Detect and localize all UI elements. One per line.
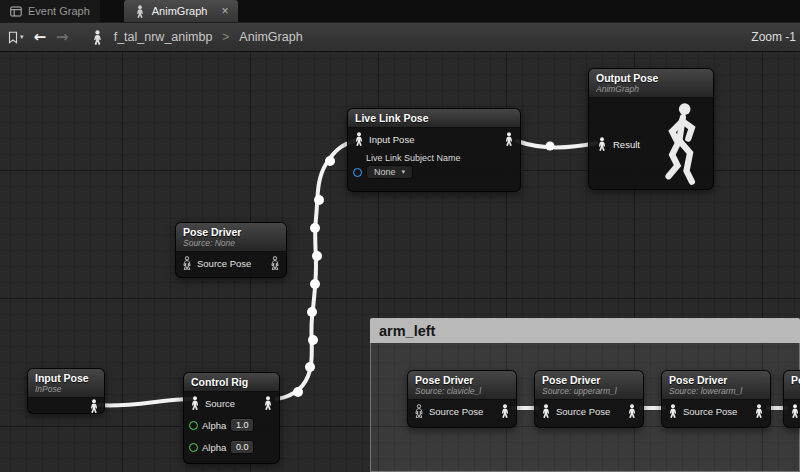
alpha-label: Alpha	[202, 442, 226, 453]
node-header[interactable]: Po	[784, 371, 800, 400]
node-header[interactable]: Pose Driver Source: upperarm_l	[535, 371, 643, 400]
chevron-down-icon: ▾	[402, 168, 406, 176]
wire-bubble	[312, 251, 322, 261]
source-pose-pin-icon[interactable]	[540, 404, 552, 418]
source-pose-pin-icon[interactable]	[413, 404, 425, 418]
chevron-down-icon: ▾	[20, 33, 24, 41]
source-pose-pin-label: Source Pose	[683, 406, 737, 417]
source-pose-pin-icon[interactable]	[789, 404, 800, 418]
output-pose-pin-icon[interactable]	[753, 404, 765, 418]
alpha-pin-icon[interactable]	[189, 421, 198, 430]
node-header[interactable]: Output Pose AnimGraph	[589, 69, 713, 98]
alpha-pin-icon[interactable]	[189, 443, 198, 452]
source-pose-pin-label: Source Pose	[556, 406, 610, 417]
source-pose-pin-label: Source Pose	[197, 258, 251, 269]
wire-bubble	[293, 387, 303, 397]
tab-bar: Event Graph AnimGraph ×	[0, 0, 800, 22]
alpha-value-field[interactable]: 1.0	[230, 418, 254, 432]
graph-canvas[interactable]: arm_left	[0, 52, 800, 472]
subject-name-label: Live Link Subject Name	[348, 150, 520, 164]
subject-pin-icon[interactable]	[353, 168, 362, 177]
output-pose-pin-icon[interactable]	[499, 404, 511, 418]
comment-title: arm_left	[379, 323, 435, 339]
output-pose-pin-icon[interactable]	[626, 404, 638, 418]
zoom-indicator: Zoom -1	[751, 30, 796, 44]
wire-bubble	[546, 142, 555, 151]
wire-bubble	[307, 307, 317, 317]
output-pose-pin-icon[interactable]	[88, 399, 100, 413]
input-pin-label: Input Pose	[369, 134, 414, 145]
node-header[interactable]: Pose Driver Source: None	[176, 223, 286, 252]
node-control-rig[interactable]: Control Rig Source Alpha 1.0 Alpha 0.0	[183, 372, 280, 464]
wire-bubble	[325, 156, 335, 166]
node-pose-driver-none[interactable]: Pose Driver Source: None Source Pose	[175, 222, 287, 278]
bookmark-icon	[8, 31, 18, 44]
node-header[interactable]: Input Pose InPose	[28, 369, 104, 398]
wire-livelink-outputpose	[517, 141, 596, 147]
event-graph-icon	[10, 5, 22, 18]
source-pose-pin-icon[interactable]	[189, 396, 201, 410]
wire-bubble	[310, 223, 320, 233]
input-pose-pin-icon[interactable]	[353, 132, 365, 146]
node-pose-driver-clavicle-l[interactable]: Pose Driver Source: clavicle_l Source Po…	[407, 370, 517, 428]
animgraph-run-icon	[134, 5, 146, 18]
source-pin-label: Source	[205, 398, 235, 409]
node-pose-driver-partial[interactable]: Po	[783, 370, 800, 428]
back-arrow[interactable]: ←	[34, 30, 47, 45]
breadcrumb-root[interactable]: f_tal_nrw_animbp	[114, 30, 213, 44]
node-output-pose[interactable]: Output Pose AnimGraph Result	[588, 68, 714, 190]
source-pose-pin-label: Source Pose	[429, 406, 483, 417]
node-header[interactable]: Pose Driver Source: lowerarm_l	[662, 371, 770, 400]
source-pose-pin-icon[interactable]	[667, 404, 679, 418]
node-input-pose[interactable]: Input Pose InPose	[27, 368, 105, 414]
breadcrumb-bar: ▾ ← → f_tal_nrw_animbp > AnimGraph Zoom …	[0, 22, 800, 52]
alpha-label: Alpha	[202, 420, 226, 431]
breadcrumb-separator: >	[222, 30, 229, 44]
source-pose-pin-icon[interactable]	[181, 256, 193, 270]
wire-inputpose-controlrig	[98, 399, 192, 406]
tab-animgraph[interactable]: AnimGraph ×	[124, 0, 239, 22]
bookmark-button[interactable]: ▾	[8, 31, 24, 44]
tab-label: AnimGraph	[152, 5, 208, 17]
alpha-value-field[interactable]: 0.0	[230, 440, 254, 454]
result-pin-label: Result	[613, 139, 640, 150]
output-pose-pin-icon[interactable]	[269, 256, 281, 270]
animgraph-run-icon	[91, 30, 104, 45]
wire-bubble	[308, 335, 318, 345]
wire-bubble	[314, 195, 324, 205]
node-header[interactable]: Live Link Pose	[348, 109, 520, 128]
tab-event-graph[interactable]: Event Graph	[0, 0, 100, 22]
node-pose-driver-upperarm-l[interactable]: Pose Driver Source: upperarm_l Source Po…	[534, 370, 644, 428]
node-pose-driver-lowerarm-l[interactable]: Pose Driver Source: lowerarm_l Source Po…	[661, 370, 771, 428]
node-header[interactable]: Control Rig	[184, 373, 279, 392]
mannequin-preview	[655, 101, 709, 187]
wire-controlrig-livelink	[277, 141, 355, 399]
node-live-link-pose[interactable]: Live Link Pose Input Pose Live Link Subj…	[347, 108, 521, 192]
output-pose-pin-icon[interactable]	[262, 396, 274, 410]
tab-close-icon[interactable]: ×	[221, 6, 228, 16]
forward-arrow[interactable]: →	[56, 30, 69, 45]
wire-bubble	[310, 279, 320, 289]
output-pose-pin-icon[interactable]	[503, 132, 515, 146]
breadcrumb-current[interactable]: AnimGraph	[239, 30, 302, 44]
animgraph-editor-window: Event Graph AnimGraph × ▾ ← → f_tal_nrw_…	[0, 0, 800, 472]
comment-header[interactable]: arm_left	[370, 318, 800, 343]
node-header[interactable]: Pose Driver Source: clavicle_l	[408, 371, 516, 400]
wire-bubble	[305, 362, 315, 372]
subject-dropdown[interactable]: None ▾	[366, 165, 413, 179]
tab-label: Event Graph	[28, 5, 90, 17]
result-pose-pin-icon[interactable]	[596, 137, 608, 151]
